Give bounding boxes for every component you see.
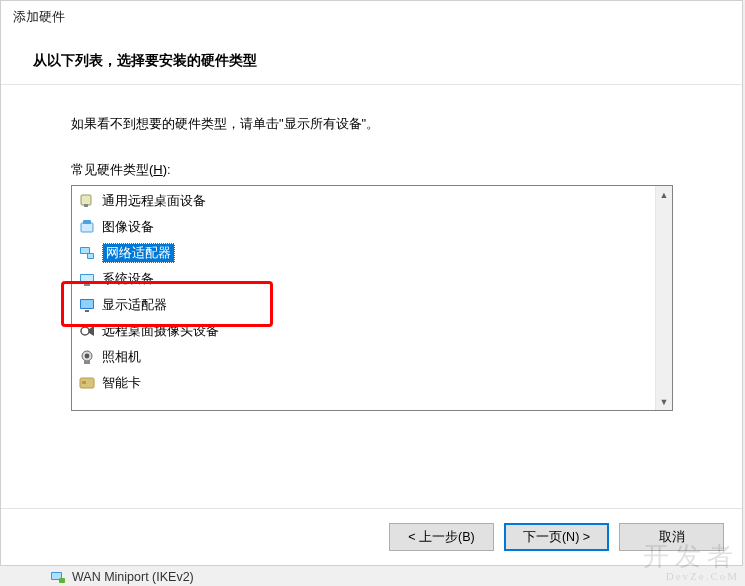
smartcard-icon: [78, 374, 96, 392]
svg-rect-7: [88, 254, 93, 258]
list-item[interactable]: 智能卡: [72, 370, 655, 396]
display-icon: [78, 296, 96, 314]
svg-rect-22: [59, 578, 65, 583]
camera-icon: [78, 348, 96, 366]
list-item[interactable]: 通用远程桌面设备: [72, 188, 655, 214]
background-item-label: WAN Miniport (IKEv2): [72, 570, 194, 584]
svg-rect-1: [84, 204, 88, 207]
list-item[interactable]: 显示适配器: [72, 292, 655, 318]
system-icon: [78, 270, 96, 288]
network-icon: [50, 569, 66, 585]
list-label-hotkey: H: [153, 162, 162, 177]
svg-rect-17: [84, 361, 90, 364]
imaging-icon: [78, 218, 96, 236]
svg-rect-3: [83, 220, 91, 224]
rd-camera-icon: [78, 322, 96, 340]
svg-point-16: [85, 354, 90, 359]
dialog-subtitle: 从以下列表，选择要安装的硬件类型: [1, 30, 742, 78]
scroll-up-button[interactable]: ▲: [656, 186, 672, 203]
list-item-label: 智能卡: [102, 374, 141, 392]
svg-rect-9: [81, 275, 93, 282]
device-generic-icon: [78, 192, 96, 210]
list-item-label: 照相机: [102, 348, 141, 366]
hint-text: 如果看不到想要的硬件类型，请单击"显示所有设备"。: [71, 115, 672, 133]
list-item-label: 显示适配器: [102, 296, 167, 314]
svg-rect-19: [82, 381, 86, 384]
list-item[interactable]: 系统设备: [72, 266, 655, 292]
dialog-content: 如果看不到想要的硬件类型，请单击"显示所有设备"。 常见硬件类型(H): 通用远…: [1, 85, 742, 508]
add-hardware-dialog: 添加硬件 从以下列表，选择要安装的硬件类型 如果看不到想要的硬件类型，请单击"显…: [0, 0, 743, 566]
list-item-label: 图像设备: [102, 218, 154, 236]
svg-rect-12: [81, 300, 93, 308]
list-item-label: 网络适配器: [102, 243, 175, 263]
cancel-button[interactable]: 取消: [619, 523, 724, 551]
list-item[interactable]: 网络适配器: [72, 240, 655, 266]
svg-rect-21: [52, 573, 61, 579]
scrollbar[interactable]: ▲ ▼: [655, 186, 672, 410]
svg-rect-10: [84, 284, 90, 286]
list-item-label: 远程桌面摄像头设备: [102, 322, 219, 340]
svg-point-14: [81, 327, 89, 335]
dialog-footer: < 上一步(B) 下一页(N) > 取消: [1, 508, 742, 565]
network-icon: [78, 244, 96, 262]
next-button[interactable]: 下一页(N) >: [504, 523, 609, 551]
svg-rect-5: [81, 248, 89, 253]
list-item-label: 系统设备: [102, 270, 154, 288]
back-button[interactable]: < 上一步(B): [389, 523, 494, 551]
svg-rect-2: [81, 223, 93, 232]
list-label-suffix: ):: [163, 162, 171, 177]
svg-rect-0: [81, 195, 91, 205]
scroll-down-button[interactable]: ▼: [656, 393, 672, 410]
svg-rect-20: [51, 572, 62, 580]
watermark-sub: DevZe.CoM: [643, 570, 739, 582]
list-item-label: 通用远程桌面设备: [102, 192, 206, 210]
list-item[interactable]: 图像设备: [72, 214, 655, 240]
svg-rect-13: [85, 310, 89, 312]
list-item[interactable]: 照相机: [72, 344, 655, 370]
list-label-prefix: 常见硬件类型(: [71, 162, 153, 177]
dialog-title: 添加硬件: [1, 1, 742, 30]
list-label: 常见硬件类型(H):: [71, 161, 672, 179]
background-list-item: WAN Miniport (IKEv2): [50, 566, 730, 586]
list-item[interactable]: 远程桌面摄像头设备: [72, 318, 655, 344]
hardware-type-listbox[interactable]: 通用远程桌面设备图像设备网络适配器系统设备显示适配器远程桌面摄像头设备照相机智能…: [71, 185, 673, 411]
listbox-viewport: 通用远程桌面设备图像设备网络适配器系统设备显示适配器远程桌面摄像头设备照相机智能…: [72, 186, 655, 410]
